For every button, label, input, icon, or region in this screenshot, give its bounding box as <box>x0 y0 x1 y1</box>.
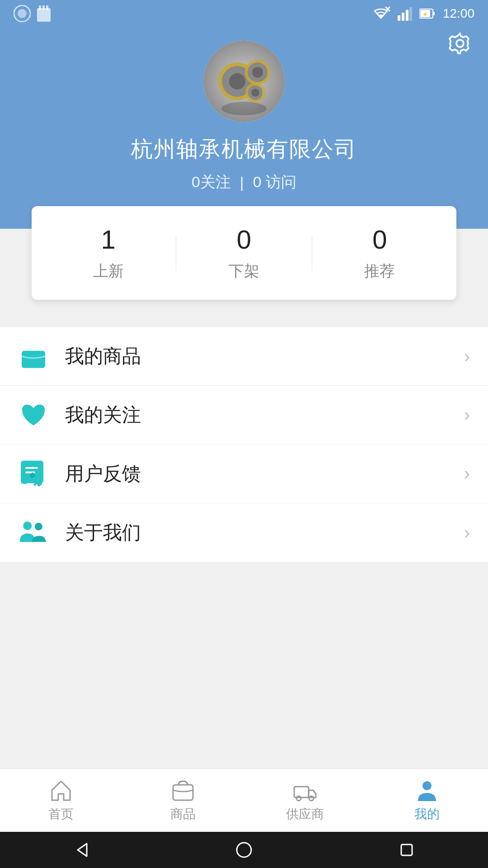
header-profile-area: 杭州轴承机械有限公司 0关注 | 0 访问 <box>0 27 488 229</box>
gear-icon <box>448 32 472 55</box>
svg-point-26 <box>251 89 259 97</box>
nav-label-mine: 我的 <box>414 806 440 823</box>
feedback-icon <box>20 460 47 488</box>
suppliers-nav-icon <box>293 778 317 802</box>
svg-rect-3 <box>39 5 41 10</box>
nav-item-suppliers[interactable]: 供应商 <box>244 778 366 823</box>
svg-rect-8 <box>398 15 400 21</box>
svg-rect-38 <box>173 785 193 800</box>
stat-offline-label: 下架 <box>229 261 259 282</box>
svg-point-42 <box>422 781 432 790</box>
svg-rect-4 <box>42 5 45 10</box>
company-name: 杭州轴承机械有限公司 <box>131 135 357 164</box>
nav-label-home: 首页 <box>48 806 74 823</box>
svg-rect-5 <box>46 5 48 10</box>
products-nav-icon <box>171 778 195 802</box>
stat-new: 1 上新 <box>41 224 176 282</box>
svg-point-36 <box>23 521 32 530</box>
svg-point-20 <box>229 73 245 90</box>
svg-rect-2 <box>37 8 51 22</box>
stat-recommend: 0 推荐 <box>312 224 447 282</box>
status-time: 12:00 <box>443 6 474 21</box>
svg-text:⚡: ⚡ <box>422 11 428 17</box>
about-icon-wrap <box>18 517 49 548</box>
bottom-nav: 首页 商品 供应商 我的 <box>0 769 488 832</box>
nav-item-mine[interactable]: 我的 <box>366 778 488 823</box>
menu-text-my-follows: 我的关注 <box>65 402 464 428</box>
svg-rect-39 <box>294 787 309 797</box>
chevron-my-follows: › <box>464 405 470 425</box>
svg-point-16 <box>456 40 464 47</box>
home-nav-icon <box>49 778 73 802</box>
svg-point-41 <box>309 796 314 801</box>
status-right-icons: ⚡ 12:00 <box>371 6 474 21</box>
battery-icon: ⚡ <box>419 7 436 20</box>
mine-nav-icon <box>415 778 439 802</box>
svg-marker-43 <box>78 844 87 856</box>
status-bar: ⚡ 12:00 <box>0 0 488 27</box>
avatar-image <box>203 41 285 122</box>
about-icon <box>18 519 49 546</box>
wifi-icon <box>371 6 390 21</box>
menu-text-about: 关于我们 <box>65 520 464 545</box>
avatar[interactable] <box>203 41 285 122</box>
svg-rect-29 <box>22 351 45 368</box>
settings-button[interactable] <box>448 32 472 61</box>
stat-offline-number: 0 <box>237 224 251 255</box>
stat-recommend-number: 0 <box>372 224 387 255</box>
feedback-icon-wrap <box>18 458 49 489</box>
stat-offline: 0 下架 <box>176 224 311 282</box>
android-home-button[interactable] <box>234 840 254 860</box>
svg-point-37 <box>35 523 42 530</box>
heart-icon-wrap <box>18 400 49 430</box>
chevron-my-products: › <box>464 346 470 367</box>
follow-info: 0关注 | 0 访问 <box>192 172 296 193</box>
menu-text-my-products: 我的商品 <box>65 344 464 369</box>
svg-rect-9 <box>402 13 404 21</box>
status-icon-1 <box>14 5 31 22</box>
android-recent-button[interactable] <box>397 840 417 860</box>
svg-point-1 <box>18 9 27 18</box>
visit-count: 0 访问 <box>253 172 296 193</box>
nav-label-products: 商品 <box>170 806 196 823</box>
stat-recommend-label: 推荐 <box>364 261 395 282</box>
nav-item-home[interactable]: 首页 <box>0 778 122 823</box>
menu-item-my-follows[interactable]: 我的关注 › <box>0 386 488 444</box>
nav-item-products[interactable]: 商品 <box>122 778 244 823</box>
stats-card: 1 上新 0 下架 0 推荐 <box>32 206 456 300</box>
chevron-about: › <box>464 523 470 543</box>
status-icon-2 <box>37 5 51 22</box>
android-system-bar <box>0 832 488 868</box>
svg-point-23 <box>252 67 263 78</box>
menu-item-feedback[interactable]: 用户反馈 › <box>0 444 488 503</box>
chevron-feedback: › <box>464 463 470 484</box>
bag-icon <box>20 343 47 370</box>
menu-section: 我的商品 › 我的关注 › 用户反馈 › <box>0 327 488 562</box>
svg-point-27 <box>221 102 267 115</box>
svg-rect-11 <box>409 7 412 21</box>
follow-count: 0关注 <box>192 172 231 193</box>
signal-icon <box>398 6 412 21</box>
svg-rect-45 <box>401 844 412 855</box>
status-left-icons <box>14 5 51 22</box>
nav-label-suppliers: 供应商 <box>286 806 324 823</box>
menu-text-feedback: 用户反馈 <box>65 461 464 486</box>
menu-item-about[interactable]: 关于我们 › <box>0 503 488 562</box>
menu-item-my-products[interactable]: 我的商品 › <box>0 327 488 386</box>
svg-point-40 <box>296 796 301 801</box>
svg-rect-10 <box>406 10 408 21</box>
bag-icon-wrap <box>18 341 49 372</box>
stat-new-label: 上新 <box>93 261 124 282</box>
android-back-button[interactable] <box>71 840 91 860</box>
stat-new-number: 1 <box>101 224 116 255</box>
svg-rect-14 <box>433 12 435 15</box>
follow-divider: | <box>240 174 244 191</box>
heart-icon <box>19 402 47 428</box>
svg-point-44 <box>237 843 251 857</box>
